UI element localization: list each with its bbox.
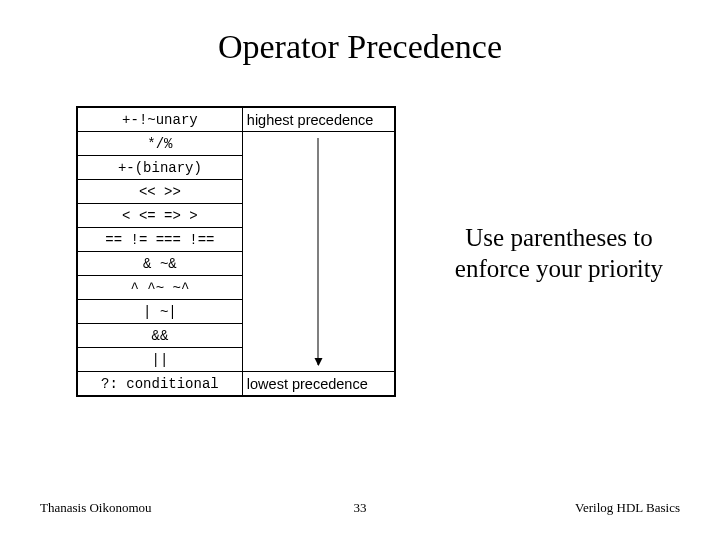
op-row: & ~& — [78, 252, 243, 276]
op-row: ?: conditional — [78, 372, 243, 396]
op-row: | ~| — [78, 300, 243, 324]
op-row: << >> — [78, 180, 243, 204]
op-row: < <= => > — [78, 204, 243, 228]
op-row: +-!~unary — [78, 108, 243, 132]
op-row: +-(binary) — [78, 156, 243, 180]
precedence-table: +-!~unary highest precedence */% +-(bina… — [76, 106, 396, 397]
op-row: && — [78, 324, 243, 348]
op-row: ^ ^~ ~^ — [78, 276, 243, 300]
side-note: Use parentheses to enforce your priority — [435, 222, 683, 285]
op-row: || — [78, 348, 243, 372]
highest-label: highest precedence — [242, 108, 394, 132]
op-row: */% — [78, 132, 243, 156]
lowest-label: lowest precedence — [242, 372, 394, 396]
footer-topic: Verilog HDL Basics — [575, 500, 680, 516]
down-arrow-icon — [318, 138, 319, 365]
precedence-arrow-cell — [242, 132, 394, 372]
op-row: == != === !== — [78, 228, 243, 252]
page-title: Operator Precedence — [0, 28, 720, 66]
